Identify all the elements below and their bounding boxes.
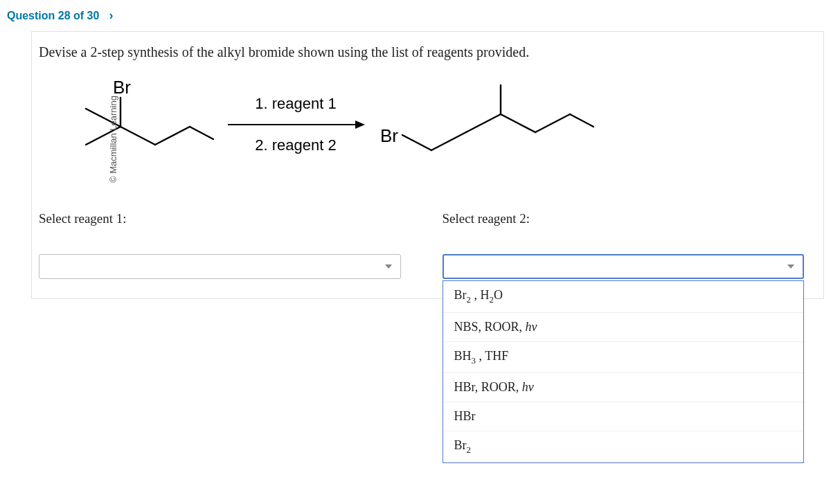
reagent2-dropdown-button[interactable] bbox=[443, 254, 805, 279]
reagent2-column: Select reagent 2: Br2 , H2ONBS, ROOR, hv… bbox=[443, 211, 805, 279]
reagent-option[interactable]: NBS, ROOR, hv bbox=[443, 313, 804, 342]
reagent-option[interactable]: BH3 , THF bbox=[443, 342, 804, 374]
svg-line-14 bbox=[570, 114, 593, 127]
svg-line-4 bbox=[155, 127, 190, 145]
reaction-diagram: Br 1. reagent 1 2. reagent 2 bbox=[39, 73, 804, 177]
svg-line-9 bbox=[431, 132, 466, 150]
question-header: Question 28 of 30 › bbox=[0, 0, 831, 31]
reagent-option[interactable]: Br2 , H2O bbox=[443, 281, 804, 313]
reagent1-dropdown[interactable] bbox=[39, 254, 401, 279]
reagent1-column: Select reagent 1: bbox=[39, 211, 401, 279]
svg-marker-7 bbox=[355, 120, 365, 129]
question-content: © Macmillan Learning Devise a 2-step syn… bbox=[31, 31, 824, 299]
reagent-option[interactable]: Br2 bbox=[443, 431, 804, 462]
reaction-arrow-icon bbox=[226, 118, 365, 131]
reagent2-dropdown[interactable]: Br2 , H2ONBS, ROOR, hvBH3 , THFHBr, ROOR… bbox=[443, 254, 805, 279]
reagent-selectors-row: Select reagent 1: Select reagent 2: Br2 … bbox=[39, 211, 804, 279]
reagent-option[interactable]: HBr, ROOR, hv bbox=[443, 373, 804, 402]
question-prompt: Devise a 2-step synthesis of the alkyl b… bbox=[39, 44, 804, 60]
copyright-label: © Macmillan Learning bbox=[108, 87, 118, 191]
caret-down-icon bbox=[787, 264, 794, 269]
svg-line-5 bbox=[190, 127, 213, 139]
svg-line-8 bbox=[402, 135, 431, 150]
caret-down-icon bbox=[385, 264, 392, 269]
reagent2-select-label: Select reagent 2: bbox=[443, 211, 805, 226]
svg-line-15 bbox=[466, 132, 501, 150]
br-atom-label-product: Br bbox=[380, 125, 398, 146]
reagent1-dropdown-button[interactable] bbox=[39, 254, 401, 279]
svg-line-13 bbox=[535, 114, 570, 132]
reagent-option[interactable]: HBr bbox=[443, 402, 804, 431]
starting-material-structure: Br bbox=[39, 73, 215, 177]
reaction-arrow-block: 1. reagent 1 2. reagent 2 bbox=[226, 95, 365, 154]
reagent2-dropdown-menu: Br2 , H2ONBS, ROOR, hvBH3 , THFHBr, ROOR… bbox=[443, 280, 805, 463]
svg-line-3 bbox=[120, 127, 155, 145]
reagent2-text: 2. reagent 2 bbox=[255, 136, 336, 154]
question-number-label: Question 28 of 30 bbox=[7, 10, 99, 22]
reagent1-select-label: Select reagent 1: bbox=[39, 211, 401, 226]
product-structure: Br bbox=[376, 73, 598, 177]
svg-line-10 bbox=[466, 114, 501, 132]
next-question-chevron-icon[interactable]: › bbox=[109, 8, 113, 23]
svg-line-12 bbox=[501, 114, 535, 132]
reagent1-text: 1. reagent 1 bbox=[255, 95, 336, 113]
